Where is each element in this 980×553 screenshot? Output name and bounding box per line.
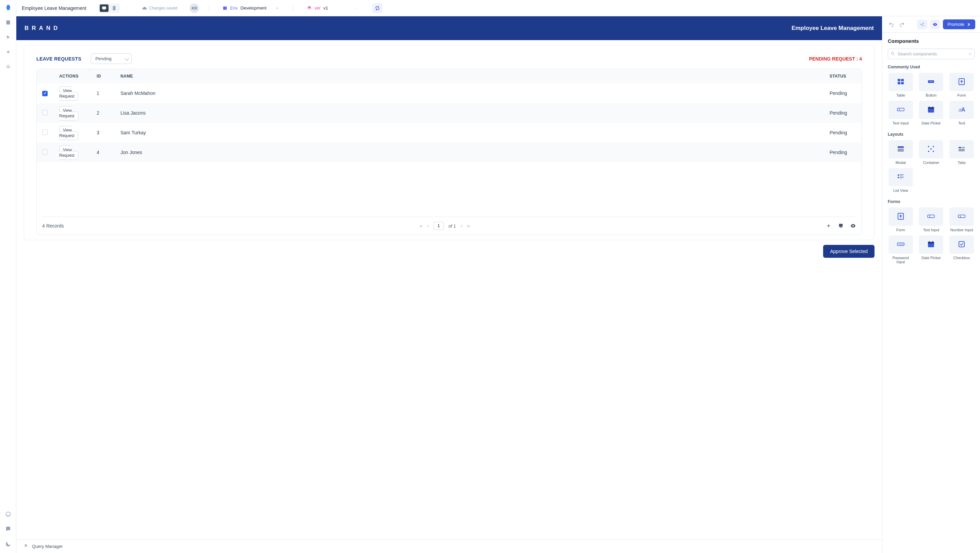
visibility-icon[interactable]: [850, 223, 856, 229]
table: ACTIONS ID NAME STATUS View Request 1 Sa…: [37, 69, 862, 235]
brand-logo: BRAND: [24, 25, 60, 32]
svg-rect-0: [6, 21, 10, 24]
svg-point-35: [930, 148, 932, 149]
col-status: STATUS: [824, 69, 862, 83]
promote-button[interactable]: Promote: [943, 19, 975, 29]
env-selector[interactable]: Env Development: [218, 5, 283, 11]
save-status: Changes saved: [142, 6, 177, 11]
view-request-button[interactable]: View Request: [59, 126, 78, 140]
preview-button[interactable]: [930, 20, 940, 29]
chevron-down-icon: [355, 6, 359, 10]
cloud-icon: [142, 6, 147, 11]
version-icon: [307, 6, 312, 11]
svg-point-34: [933, 151, 934, 152]
svg-text:1_: 1_: [959, 215, 963, 218]
pagination: « ‹ of 1 › »: [420, 222, 470, 230]
top-header: Employee Leave Management Changes saved …: [16, 0, 980, 16]
refresh-button[interactable]: [372, 3, 382, 13]
sparkle-icon[interactable]: [5, 49, 11, 56]
page-next[interactable]: ›: [461, 223, 463, 229]
page-first[interactable]: «: [420, 223, 423, 229]
approve-selected-button[interactable]: Approve Selected: [823, 245, 875, 258]
row-id: 2: [91, 103, 115, 123]
component-list-view[interactable]: List View: [888, 168, 914, 192]
component-checkbox[interactable]: Checkbox: [949, 235, 975, 264]
row-checkbox[interactable]: [42, 130, 48, 135]
share-button[interactable]: [917, 20, 927, 29]
support-icon[interactable]: [5, 511, 11, 518]
table-row: View Request 4 Jon Jones Pending: [37, 143, 862, 162]
download-icon[interactable]: [838, 223, 844, 229]
component-password-input[interactable]: Password Input: [888, 235, 914, 264]
component-date-picker[interactable]: Date Picker: [918, 101, 944, 125]
moon-icon[interactable]: [5, 541, 11, 548]
query-manager-bar[interactable]: Query Manager: [16, 539, 882, 553]
cursor-icon[interactable]: [5, 34, 11, 41]
table-row: View Request 1 Sarah McMahon Pending: [37, 83, 862, 103]
svg-point-33: [928, 151, 929, 152]
brand-title: Employee Leave Management: [791, 25, 874, 32]
expand-icon: [23, 543, 28, 549]
svg-point-21: [932, 81, 932, 82]
page-last[interactable]: »: [467, 223, 469, 229]
device-toggle: [99, 3, 120, 13]
table-row: View Request 2 Lisa Jacons Pending: [37, 103, 862, 123]
mobile-icon[interactable]: [110, 5, 119, 12]
undo-button[interactable]: [887, 21, 895, 29]
status-filter-select[interactable]: Pending: [91, 53, 132, 64]
svg-rect-14: [898, 79, 900, 81]
view-request-button[interactable]: View Request: [59, 146, 78, 160]
view-request-button[interactable]: View Request: [59, 106, 78, 121]
add-row-icon[interactable]: [826, 223, 832, 229]
row-status: Pending: [824, 83, 862, 103]
desktop-icon[interactable]: [100, 5, 108, 12]
record-count: 4 Records: [42, 223, 64, 229]
redo-button[interactable]: [898, 21, 906, 29]
row-name: Jon Jones: [115, 143, 824, 162]
row-checkbox[interactable]: [42, 91, 48, 96]
section-layouts: Layouts: [888, 132, 975, 137]
row-id: 3: [91, 123, 115, 143]
search-icon: [891, 51, 895, 56]
component-text-input[interactable]: T_Text Input: [888, 101, 914, 125]
query-manager-label: Query Manager: [32, 544, 63, 549]
component-number-input[interactable]: 1_Number Input: [949, 207, 975, 232]
svg-rect-4: [103, 10, 105, 10]
rocket-icon[interactable]: [5, 4, 11, 11]
row-id: 4: [91, 143, 115, 162]
search-input[interactable]: [888, 49, 975, 59]
row-checkbox[interactable]: [42, 110, 48, 115]
clear-icon[interactable]: ✕: [969, 52, 972, 56]
chat-icon[interactable]: [5, 526, 11, 532]
page-input[interactable]: [434, 222, 444, 230]
row-name: Sam Turkay: [115, 123, 824, 143]
component-container[interactable]: Container: [918, 140, 944, 165]
component-modal[interactable]: Modal: [888, 140, 914, 165]
component-form[interactable]: Form: [888, 207, 914, 232]
svg-rect-29: [898, 146, 904, 148]
svg-rect-37: [962, 147, 965, 148]
component-text[interactable]: aAText: [949, 101, 975, 125]
page-prev[interactable]: ‹: [427, 223, 429, 229]
svg-text:T_: T_: [899, 108, 902, 111]
view-request-button[interactable]: View Request: [59, 86, 78, 101]
svg-text:A: A: [961, 107, 966, 113]
brand-bar: BRAND Employee Leave Management: [16, 16, 882, 40]
component-date-picker[interactable]: Date Picker: [918, 235, 944, 264]
component-button[interactable]: Button: [918, 73, 944, 97]
avatar[interactable]: KR: [189, 3, 199, 13]
version-selector[interactable]: ver v1: [303, 5, 363, 11]
svg-rect-30: [898, 149, 904, 152]
row-checkbox[interactable]: [42, 149, 48, 155]
svg-rect-44: [900, 178, 902, 178]
component-text-input[interactable]: T_Text Input: [918, 207, 944, 232]
component-form[interactable]: Form: [949, 73, 975, 97]
row-status: Pending: [824, 143, 862, 162]
svg-rect-54: [902, 244, 904, 245]
pages-icon[interactable]: [5, 19, 11, 26]
section-commonly-used: Commonly Used: [888, 65, 975, 69]
gear-icon[interactable]: [5, 64, 11, 71]
component-tabs[interactable]: Tabs: [949, 140, 975, 165]
component-table[interactable]: Table: [888, 73, 914, 97]
svg-point-10: [923, 23, 924, 24]
